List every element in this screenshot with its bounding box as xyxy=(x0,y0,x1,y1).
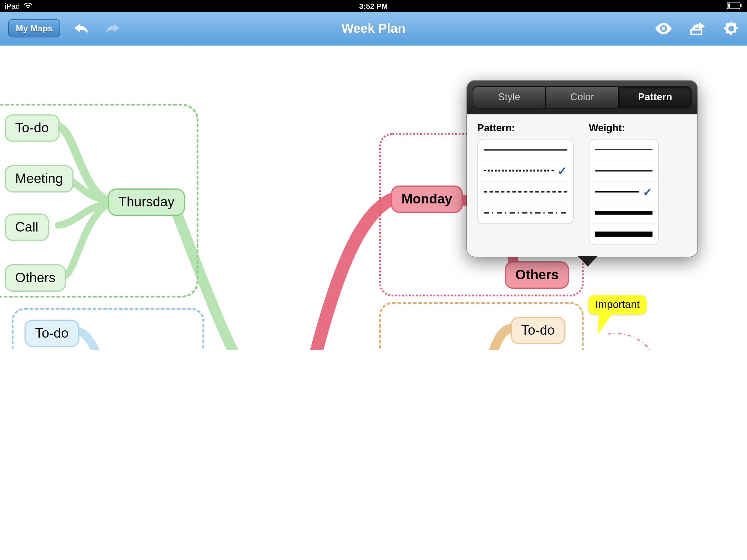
svg-point-3 xyxy=(662,27,665,30)
gear-icon[interactable] xyxy=(724,21,739,36)
tab-pattern[interactable]: Pattern xyxy=(619,86,692,109)
popover-tabs: Style Color Pattern xyxy=(467,81,697,114)
svg-rect-4 xyxy=(691,30,701,34)
pattern-solid[interactable] xyxy=(478,139,573,160)
pattern-dashed[interactable] xyxy=(478,182,573,203)
node-thursday-todo[interactable]: To-do xyxy=(5,114,59,142)
weight-5[interactable] xyxy=(589,223,658,245)
node-friday-todo[interactable]: To-do xyxy=(24,320,79,347)
svg-rect-1 xyxy=(740,4,742,7)
node-monday[interactable]: Monday xyxy=(391,186,463,213)
node-thursday-call[interactable]: Call xyxy=(5,214,49,241)
redo-icon[interactable] xyxy=(104,21,121,35)
tab-color[interactable]: Color xyxy=(546,86,619,109)
pattern-options: ✓ xyxy=(477,139,574,224)
check-icon: ✓ xyxy=(557,164,567,178)
check-icon: ✓ xyxy=(643,184,653,198)
node-thursday-meeting[interactable]: Meeting xyxy=(5,165,74,192)
share-icon[interactable] xyxy=(690,22,706,35)
mindmap-canvas[interactable]: Thursday To-do Meeting Call Others Frida… xyxy=(0,46,747,350)
pattern-dashdot[interactable] xyxy=(478,202,573,223)
tab-style[interactable]: Style xyxy=(473,86,546,109)
weight-heading: Weight: xyxy=(589,122,659,134)
weight-3[interactable]: ✓ xyxy=(589,182,658,203)
svg-rect-2 xyxy=(728,4,730,8)
my-maps-button[interactable]: My Maps xyxy=(8,19,60,38)
node-thursday[interactable]: Thursday xyxy=(108,188,185,216)
style-popover: Style Color Pattern Pattern: ✓ Weight: xyxy=(467,81,697,257)
pattern-dotted[interactable]: ✓ xyxy=(478,160,573,182)
node-thursday-others[interactable]: Others xyxy=(5,264,66,292)
weight-options: ✓ xyxy=(589,139,659,245)
status-time: 3:52 PM xyxy=(359,1,388,10)
weight-2[interactable] xyxy=(589,160,658,182)
battery-icon xyxy=(727,2,743,9)
node-tuesday-todo[interactable]: To-do xyxy=(511,317,565,344)
app-toolbar: My Maps Week Plan xyxy=(0,12,747,46)
node-monday-others[interactable]: Others xyxy=(505,261,569,289)
callout-important[interactable]: Important xyxy=(588,295,647,315)
page-title: Week Plan xyxy=(341,21,405,36)
wifi-icon xyxy=(23,2,33,9)
device-label: iPad xyxy=(5,1,20,10)
pattern-heading: Pattern: xyxy=(477,122,574,134)
status-bar: iPad 3:52 PM xyxy=(0,0,747,12)
weight-4[interactable] xyxy=(589,202,658,223)
weight-1[interactable] xyxy=(589,139,658,160)
undo-icon[interactable] xyxy=(73,21,91,35)
eye-icon[interactable] xyxy=(655,23,672,34)
